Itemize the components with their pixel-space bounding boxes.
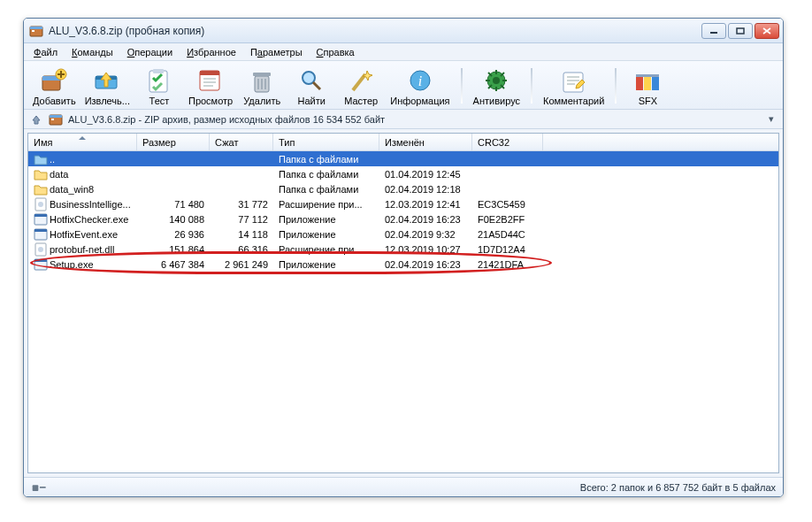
svg-rect-2	[32, 30, 34, 32]
toolbar-info-button[interactable]: iИнформация	[387, 65, 453, 107]
toolbar-view-button[interactable]: Просмотр	[185, 65, 236, 107]
svg-point-27	[493, 77, 500, 84]
add-icon	[38, 66, 70, 95]
file-icon	[34, 212, 48, 226]
svg-rect-43	[636, 74, 659, 77]
menu-файл[interactable]: Файл	[27, 46, 64, 58]
column-type[interactable]: Тип	[273, 134, 379, 150]
column-size[interactable]: Размер	[137, 134, 210, 150]
file-row[interactable]: ..Папка с файлами	[28, 151, 778, 166]
svg-rect-50	[34, 214, 47, 217]
svg-point-22	[303, 72, 315, 84]
svg-rect-1	[30, 27, 42, 29]
menu-команды[interactable]: Команды	[65, 46, 119, 58]
toolbar-sfx-button[interactable]: SFX	[624, 65, 671, 107]
delete-icon	[246, 66, 278, 95]
column-packed[interactable]: Сжат	[210, 134, 273, 150]
file-row[interactable]: protobuf-net.dll151 86466 316Расширение …	[28, 242, 778, 257]
view-icon	[195, 66, 226, 95]
svg-rect-57	[33, 485, 39, 491]
file-row[interactable]: HotfixChecker.exe140 08877 112Приложение…	[28, 211, 778, 226]
toolbar-extract-button[interactable]: Извлечь...	[81, 65, 134, 107]
path-text[interactable]: ALU_V3.6.8.zip - ZIP архив, размер исход…	[68, 114, 760, 125]
comment-icon	[558, 66, 590, 95]
column-mod[interactable]: Изменён	[379, 134, 472, 150]
svg-rect-3	[710, 32, 717, 34]
menu-параметры[interactable]: Параметры	[244, 46, 309, 58]
column-headers: ИмяРазмерСжатТипИзменёнCRC32	[28, 134, 778, 151]
svg-rect-10	[149, 71, 167, 92]
toolbar-separator	[461, 68, 463, 104]
svg-rect-52	[34, 229, 47, 232]
toolbar-comment-button[interactable]: Комментарий	[540, 65, 608, 107]
info-icon: i	[404, 66, 436, 95]
file-icon	[34, 152, 48, 166]
minimize-button[interactable]	[701, 23, 726, 39]
window-title: ALU_V3.6.8.zip (пробная копия)	[49, 25, 701, 37]
toolbar-test-button[interactable]: Тест	[135, 65, 183, 107]
menu-операции[interactable]: Операции	[121, 46, 179, 58]
svg-rect-11	[153, 69, 164, 73]
test-icon	[143, 66, 175, 95]
sfx-icon	[632, 66, 663, 95]
toolbar-find-button[interactable]: Найти	[287, 65, 335, 107]
file-icon	[34, 197, 48, 211]
file-rows: ..Папка с файламиdataПапка с файлами01.0…	[28, 151, 778, 472]
toolbar-separator	[615, 68, 617, 104]
app-icon	[29, 24, 43, 38]
app-window: ALU_V3.6.8.zip (пробная копия) ФайлКоман…	[23, 18, 784, 497]
toolbar-add-button[interactable]: Добавить	[29, 65, 80, 107]
svg-rect-46	[51, 119, 54, 120]
maximize-button[interactable]	[728, 23, 753, 39]
toolbar-antivirus-button[interactable]: Антивирус	[470, 65, 524, 107]
file-row[interactable]: data_win8Папка с файлами02.04.2019 12:18	[28, 181, 778, 196]
find-icon	[295, 66, 327, 95]
titlebar: ALU_V3.6.8.zip (пробная копия)	[24, 19, 783, 43]
close-button[interactable]	[755, 23, 779, 39]
svg-rect-13	[200, 71, 219, 75]
file-icon	[34, 257, 48, 272]
svg-rect-58	[40, 486, 46, 487]
svg-rect-45	[50, 115, 62, 118]
extract-icon	[91, 66, 123, 95]
antivirus-icon	[480, 66, 512, 95]
svg-rect-4	[737, 28, 744, 34]
menubar: ФайлКомандыОперацииИзбранноеПараметрыСпр…	[24, 43, 783, 61]
file-icon	[34, 242, 48, 257]
file-row[interactable]: Setup.exe6 467 3842 961 249Приложение02.…	[28, 257, 778, 272]
toolbar: ДобавитьИзвлечь...ТестПросмотрУдалитьНай…	[24, 61, 783, 110]
svg-text:i: i	[418, 73, 422, 88]
file-icon	[34, 182, 48, 196]
svg-rect-18	[253, 73, 271, 76]
menu-избранное[interactable]: Избранное	[180, 46, 242, 58]
file-row[interactable]: HotfixEvent.exe26 93614 118Приложение02.…	[28, 226, 778, 242]
pathbar: ALU_V3.6.8.zip - ZIP архив, размер исход…	[24, 110, 783, 129]
svg-point-48	[38, 202, 43, 207]
file-list: ИмяРазмерСжатТипИзменёнCRC32 ..Папка с ф…	[27, 133, 779, 473]
toolbar-delete-button[interactable]: Удалить	[238, 65, 286, 107]
svg-rect-56	[34, 259, 47, 262]
column-name[interactable]: Имя	[28, 134, 137, 150]
wizard-icon	[345, 66, 377, 95]
svg-point-54	[38, 247, 43, 252]
file-row[interactable]: dataПапка с файлами01.04.2019 12:45	[28, 166, 778, 181]
menu-справка[interactable]: Справка	[310, 46, 361, 58]
file-icon	[34, 167, 48, 181]
column-crc[interactable]: CRC32	[472, 134, 543, 150]
file-icon	[34, 227, 48, 242]
file-row[interactable]: BusinessIntellige...71 48031 772Расширен…	[28, 196, 778, 211]
statusbar: Всего: 2 папок и 6 857 752 байт в 5 файл…	[24, 477, 783, 496]
lock-icon[interactable]	[31, 482, 49, 493]
toolbar-separator	[531, 68, 532, 104]
status-summary: Всего: 2 папок и 6 857 752 байт в 5 файл…	[580, 482, 776, 493]
toolbar-wizard-button[interactable]: Мастер	[337, 65, 385, 107]
svg-line-23	[313, 82, 320, 89]
archive-icon	[49, 112, 63, 127]
path-dropdown-icon[interactable]: ▾	[765, 113, 778, 125]
up-arrow-icon[interactable]	[29, 112, 43, 127]
